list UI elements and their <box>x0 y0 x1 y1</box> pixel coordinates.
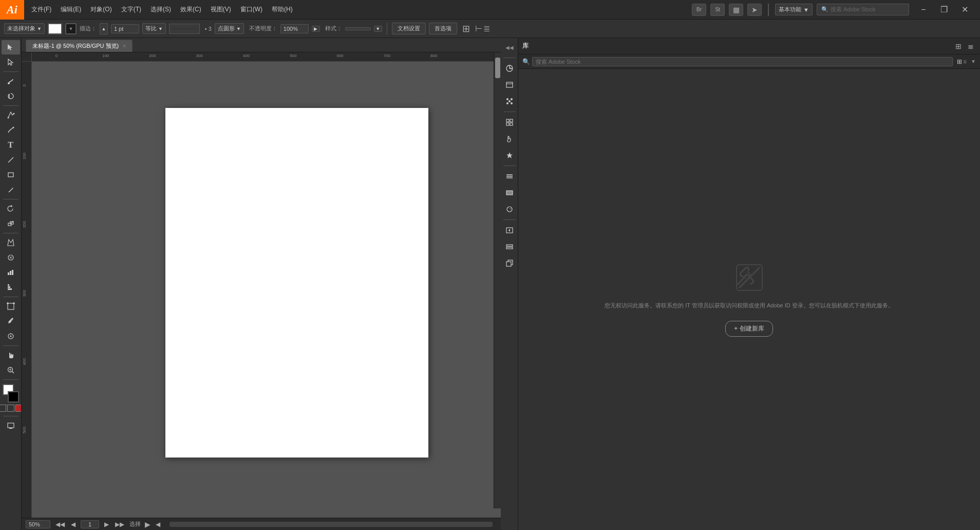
menu-help[interactable]: 帮助(H) <box>268 3 297 16</box>
document-tab[interactable]: 未标题-1 @ 50% (RGB/GPU 预览) × <box>26 40 133 52</box>
panel-collapse-btn[interactable]: ◀◀ <box>502 40 517 54</box>
eyedropper-tool-btn[interactable] <box>2 314 20 328</box>
minimize-button[interactable]: − <box>913 0 934 20</box>
bar-chart-btn[interactable] <box>2 265 20 280</box>
style-field[interactable] <box>345 27 371 30</box>
bridge-btn[interactable]: Br <box>692 4 706 16</box>
nav-collapse-btn[interactable]: ◀ <box>155 521 161 528</box>
star-panel-btn[interactable] <box>502 148 517 162</box>
library-grid-btn[interactable]: ⊞ <box>953 41 964 51</box>
color-panel-btn[interactable] <box>502 61 517 76</box>
background-color[interactable] <box>8 391 19 403</box>
opacity-arrow[interactable]: ▶ <box>312 26 320 32</box>
svg-rect-33 <box>506 82 513 87</box>
create-library-button[interactable]: + 创建新库 <box>725 321 772 337</box>
library-search-input[interactable] <box>532 57 953 66</box>
type-tool-btn[interactable]: T <box>2 138 20 152</box>
menu-lines-panel-btn[interactable] <box>502 169 517 184</box>
fill-color-field[interactable] <box>48 23 62 34</box>
layers-panel-btn[interactable] <box>502 240 517 254</box>
artboard-tool-btn[interactable] <box>2 299 20 314</box>
grid-view-btn[interactable]: ⊞ <box>462 24 470 34</box>
artboard[interactable] <box>165 108 428 458</box>
dark-mode-btn[interactable] <box>7 405 14 412</box>
vertical-scrollbar-thumb[interactable] <box>495 58 500 78</box>
hand-tool-btn[interactable] <box>2 348 20 362</box>
screen-mode-btn[interactable] <box>2 418 20 433</box>
stroke-value-field[interactable]: 1 pt <box>111 24 139 33</box>
no-selection-dropdown[interactable]: 未选择对象 ▼ <box>4 23 45 34</box>
zoom-tool-btn[interactable] <box>2 363 20 377</box>
pattern-panel-btn[interactable] <box>502 94 517 108</box>
canvas-scroll[interactable]: 0 100 200 300 400 500 600 700 800 0 100 … <box>22 52 501 518</box>
nav-last-btn[interactable]: ▶▶ <box>114 521 125 528</box>
menu-effect[interactable]: 效果(C) <box>176 3 205 16</box>
direct-select-tool-btn[interactable] <box>2 55 20 69</box>
share-btn[interactable]: ➤ <box>747 4 762 16</box>
stroke-unit-dropdown[interactable]: 等比 ▼ <box>142 23 166 34</box>
pencil-tool-btn[interactable] <box>2 182 20 197</box>
circle-panel-btn[interactable] <box>502 202 517 216</box>
lasso-tool-btn[interactable] <box>2 89 20 103</box>
nav-prev-btn[interactable]: ◀ <box>70 521 77 528</box>
line-tool-btn[interactable] <box>2 153 20 167</box>
doc-settings-btn[interactable]: 文档设置 <box>392 23 426 34</box>
align-btn[interactable]: ⊢ <box>475 24 482 33</box>
export-panel-btn[interactable] <box>502 223 517 237</box>
grid-panel-btn[interactable] <box>502 115 517 130</box>
menu-select[interactable]: 选择(S) <box>146 3 175 16</box>
play-btn[interactable]: ▶ <box>145 520 150 528</box>
curvature-tool-btn[interactable] <box>2 123 20 137</box>
zoom-field[interactable] <box>26 520 50 528</box>
asset-panel-btn[interactable] <box>502 78 517 92</box>
preferences-btn[interactable]: 首选项 <box>429 23 457 34</box>
workspace-selector[interactable]: 基本功能 ▼ <box>775 4 813 15</box>
fill-color-dropdown[interactable]: ▼ <box>65 23 77 34</box>
menu-edit[interactable]: 编辑(E) <box>56 3 85 16</box>
library-view-grid-btn[interactable]: ⊞ <box>957 58 962 65</box>
menu-view[interactable]: 视图(V) <box>206 3 235 16</box>
pen-tool-btn[interactable] <box>2 108 20 122</box>
blend-tool-btn[interactable] <box>2 235 20 250</box>
library-list-btn[interactable]: ≣ <box>966 41 976 51</box>
nav-first-btn[interactable]: ◀◀ <box>54 521 66 528</box>
pen-anchor-btn[interactable] <box>2 74 20 88</box>
warp-tool-btn[interactable] <box>2 250 20 265</box>
style-dropdown[interactable]: ▼ <box>374 26 382 32</box>
copy-panel-btn[interactable] <box>502 256 517 270</box>
svg-rect-12 <box>10 271 11 275</box>
nav-next-btn[interactable]: ▶ <box>103 521 110 528</box>
svg-line-27 <box>12 372 14 374</box>
rotate-tool-btn[interactable] <box>2 202 20 216</box>
rect-tool-btn[interactable] <box>2 168 20 182</box>
vertical-scrollbar[interactable] <box>494 52 501 508</box>
menu-window[interactable]: 窗口(W) <box>236 3 267 16</box>
column-chart-btn[interactable] <box>2 280 20 295</box>
close-button[interactable]: ✕ <box>954 0 975 20</box>
scale-tool-btn[interactable] <box>2 216 20 231</box>
menu-file[interactable]: 文件(F) <box>27 3 55 16</box>
normal-mode-btn[interactable] <box>0 405 6 412</box>
select-tool-btn[interactable] <box>2 40 20 54</box>
svg-rect-51 <box>506 247 513 249</box>
rect-panel-btn[interactable] <box>502 186 517 200</box>
measure-tool-btn[interactable] <box>2 329 20 343</box>
arrange-btns: ⊞ <box>462 23 470 34</box>
grid-btn[interactable]: ▦ <box>729 4 743 16</box>
menu-type[interactable]: 文字(T) <box>117 3 145 16</box>
status-text: 选择 <box>129 520 141 528</box>
stroke-up-btn[interactable]: ▲ <box>100 23 108 34</box>
library-view-list-btn[interactable]: ≡ <box>963 58 967 65</box>
stock-search-bar[interactable]: 🔍 搜索 Adobe Stock <box>817 4 909 15</box>
menu-object[interactable]: 对象(O) <box>86 3 116 16</box>
maximize-button[interactable]: ❐ <box>934 0 954 20</box>
library-search-dropdown[interactable]: ▼ <box>971 59 976 64</box>
tab-close-btn[interactable]: × <box>123 43 126 49</box>
red-mode-btn[interactable] <box>15 405 22 412</box>
opacity-value-field[interactable]: 100% <box>280 24 309 33</box>
stock-btn[interactable]: St <box>710 4 725 16</box>
page-number-field[interactable] <box>81 520 99 528</box>
dot-shape-dropdown[interactable]: 点圆形 ▼ <box>215 23 244 34</box>
hand-panel-btn[interactable] <box>502 132 517 146</box>
distribute-btn[interactable]: ≣ <box>483 24 490 33</box>
